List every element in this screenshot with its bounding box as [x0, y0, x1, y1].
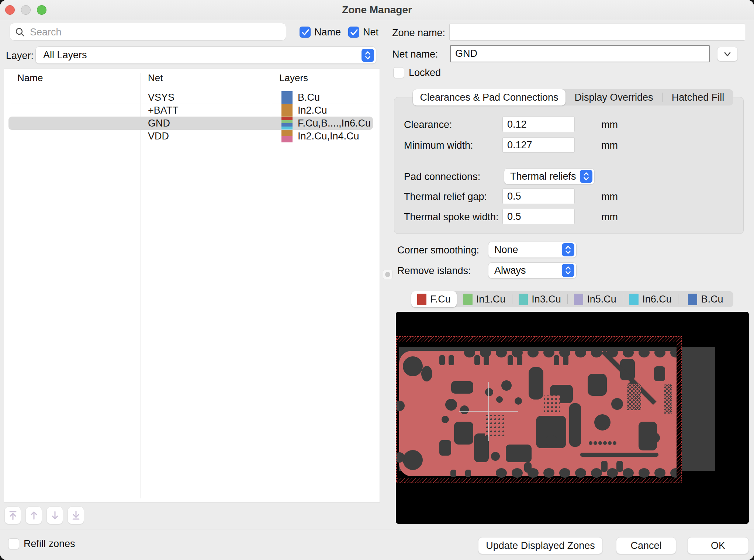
- settings-tab-bar: Clearances & Pad Connections Display Ove…: [413, 89, 733, 106]
- layer-tab-in1cu[interactable]: In1.Cu: [457, 291, 512, 307]
- minimum-width-label: Minimum width:: [404, 140, 473, 151]
- tab-display-overrides[interactable]: Display Overrides: [566, 89, 662, 106]
- table-row-gnd-selected[interactable]: GND F.Cu,B....,In6.Cu: [8, 117, 373, 130]
- search-field[interactable]: [10, 23, 286, 41]
- zone-net-cell: +BATT: [148, 104, 179, 117]
- layer-filter-label: Layer:: [6, 50, 34, 62]
- search-input[interactable]: [29, 24, 281, 40]
- refill-zones-checkbox[interactable]: [8, 538, 19, 549]
- layer-color-swatch: [629, 294, 639, 305]
- layer-color-swatch: [688, 294, 697, 305]
- tab-clearances-pad-connections[interactable]: Clearances & Pad Connections: [413, 89, 566, 106]
- dropdown-stepper-icon: [362, 49, 374, 62]
- arrow-up-icon: [29, 510, 39, 521]
- corner-smoothing-dropdown[interactable]: None: [488, 242, 577, 258]
- layer-tab-label: In3.Cu: [532, 294, 561, 305]
- footer-divider: [0, 529, 754, 529]
- zone-layers-cell: F.Cu,B....,In6.Cu: [298, 117, 371, 130]
- zone-preview-canvas[interactable]: [396, 312, 749, 524]
- net-name-dropdown-button[interactable]: [717, 47, 738, 61]
- layer-tab-in3cu[interactable]: In3.Cu: [512, 291, 567, 307]
- cancel-button[interactable]: Cancel: [616, 537, 676, 554]
- layer-color-swatch: [463, 294, 473, 305]
- minimum-width-input[interactable]: [502, 137, 575, 153]
- move-up-button[interactable]: [25, 507, 42, 524]
- search-icon: [15, 27, 25, 37]
- layer-tab-label: In1.Cu: [476, 294, 506, 305]
- layer-filter-value: All Layers: [43, 47, 87, 63]
- move-to-bottom-button[interactable]: [68, 507, 84, 524]
- table-row-batt[interactable]: +BATT In2.Cu: [8, 104, 373, 117]
- refill-zones-label: Refill zones: [24, 538, 75, 549]
- move-to-top-button[interactable]: [4, 507, 21, 524]
- thermal-relief-gap-input[interactable]: [502, 189, 575, 204]
- table-row-vsys[interactable]: VSYS B.Cu: [8, 91, 373, 104]
- pad-connections-dropdown[interactable]: Thermal reliefs: [504, 168, 595, 184]
- zone-net-cell: GND: [148, 117, 170, 130]
- dropdown-stepper-icon: [562, 264, 574, 277]
- move-to-top-icon: [8, 510, 18, 521]
- tab-hatched-fill[interactable]: Hatched Fill: [663, 89, 733, 106]
- zone-manager-dialog: Zone Manager Name Net Layer: All Layers: [0, 0, 754, 560]
- dropdown-stepper-icon: [580, 170, 592, 183]
- dropdown-stepper-icon: [562, 243, 574, 256]
- filter-net-checkbox[interactable]: [348, 27, 359, 38]
- pad-connections-label: Pad connections:: [404, 171, 480, 183]
- move-down-button[interactable]: [46, 507, 63, 524]
- preview-layer-tab-bar: F.Cu In1.Cu In3.Cu In5.Cu In6.Cu B.Cu: [411, 291, 733, 307]
- update-displayed-zones-button[interactable]: Update Displayed Zones: [478, 537, 603, 554]
- clearance-label: Clearance:: [404, 119, 452, 131]
- zone-layers-cell: In2.Cu: [298, 104, 327, 117]
- filter-name-label: Name: [314, 27, 341, 38]
- thermal-spoke-width-unit: mm: [601, 211, 618, 223]
- checkmark-icon: [301, 29, 309, 36]
- window-title: Zone Manager: [0, 0, 754, 20]
- zone-name-label: Zone name:: [392, 27, 445, 39]
- pcb-fill-preview: [396, 312, 749, 524]
- layer-tab-label: F.Cu: [430, 294, 451, 305]
- clearance-unit: mm: [601, 119, 618, 131]
- chevron-down-icon: [723, 52, 731, 57]
- layer-filter-dropdown[interactable]: All Layers: [35, 46, 376, 64]
- ok-button[interactable]: OK: [687, 537, 749, 554]
- arrow-down-icon: [50, 510, 60, 521]
- net-name-input[interactable]: [450, 45, 710, 62]
- layer-tab-in6cu[interactable]: In6.Cu: [623, 291, 678, 307]
- thermal-spoke-width-label: Thermal spoke width:: [404, 211, 499, 223]
- filter-net-label: Net: [363, 27, 378, 38]
- pad-connections-value: Thermal reliefs: [510, 169, 576, 184]
- layer-tab-bcu[interactable]: B.Cu: [678, 291, 733, 307]
- layer-color-swatch: [281, 91, 293, 104]
- zone-name-input[interactable]: [449, 24, 745, 41]
- net-name-label: Net name:: [392, 49, 438, 60]
- table-row-vdd[interactable]: VDD In2.Cu,In4.Cu: [8, 129, 373, 143]
- column-header-net[interactable]: Net: [148, 69, 163, 87]
- zone-net-cell: VSYS: [148, 91, 174, 104]
- filter-name-checkbox[interactable]: [300, 27, 311, 38]
- column-header-name[interactable]: Name: [17, 69, 43, 87]
- locked-checkbox[interactable]: [393, 67, 404, 78]
- checkmark-icon: [350, 29, 358, 36]
- thermal-relief-gap-label: Thermal relief gap:: [404, 191, 487, 203]
- layer-color-swatch: [417, 294, 426, 305]
- remove-islands-dropdown[interactable]: Always: [488, 262, 577, 279]
- layer-color-swatch: [574, 294, 583, 305]
- layer-tab-in5cu[interactable]: In5.Cu: [568, 291, 623, 307]
- corner-smoothing-value: None: [494, 242, 518, 257]
- layer-tab-label: In5.Cu: [587, 294, 616, 305]
- header-divider: [4, 87, 380, 87]
- zone-list-table: Name Net Layers VSYS B.Cu +BATT In2.Cu G…: [4, 69, 380, 502]
- title-bar: Zone Manager: [0, 0, 754, 20]
- thermal-spoke-width-input[interactable]: [502, 209, 575, 224]
- panel-splitter-handle[interactable]: [383, 270, 392, 279]
- layer-color-swatch: [281, 130, 293, 142]
- corner-smoothing-label: Corner smoothing:: [397, 245, 479, 256]
- zone-net-cell: VDD: [148, 129, 169, 143]
- clearance-input[interactable]: [502, 117, 575, 132]
- zone-layers-cell: B.Cu: [298, 91, 320, 104]
- layer-tab-label: In6.Cu: [642, 294, 672, 305]
- zone-layers-cell: In2.Cu,In4.Cu: [298, 129, 359, 143]
- column-header-layers[interactable]: Layers: [279, 69, 308, 87]
- locked-label: Locked: [409, 67, 441, 78]
- layer-tab-fcu[interactable]: F.Cu: [411, 291, 457, 307]
